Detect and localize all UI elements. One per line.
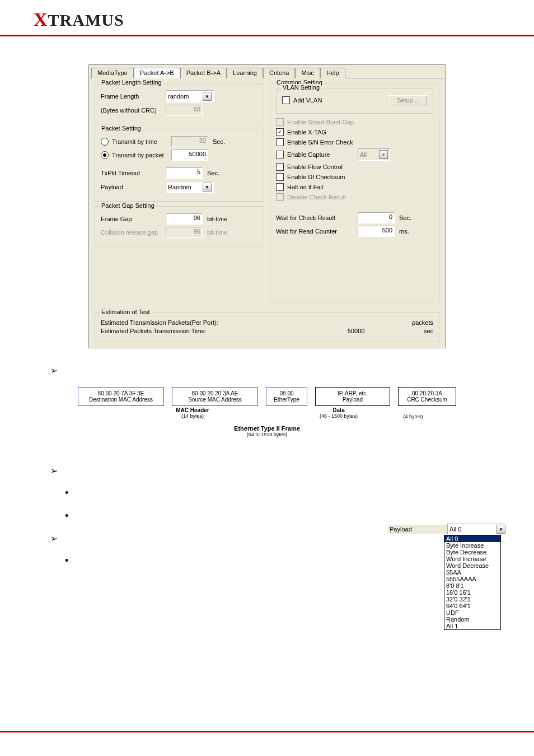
list-item[interactable]: 55AA [444, 569, 500, 576]
group-title: Packet Length Setting [100, 79, 163, 86]
collision-label: Collision release gap [101, 229, 162, 236]
disable-check-label: Disable Check Result [287, 194, 346, 200]
sn-error-checkbox[interactable] [276, 138, 284, 146]
payload-dropdown-figure: Payload All 0 ▼ All 0 Byte Increase Byte… [388, 524, 506, 630]
list-item[interactable]: Byte Increase [444, 542, 500, 549]
bytes-label: (Bytes without CRC) [101, 107, 162, 114]
payload-select[interactable]: Random ▼ [166, 181, 214, 193]
frame-gap-input[interactable]: 96 [166, 213, 203, 225]
tab-learning[interactable]: Learning [227, 68, 263, 78]
page-header: XTRAMUS [0, 0, 534, 36]
tab-packet-ab[interactable]: Packet A->B [134, 68, 180, 78]
eth-ethertype: 08 00EtherType [266, 387, 307, 406]
tab-criteria[interactable]: Criteria [263, 68, 295, 78]
collision-input: 96 [166, 227, 203, 238]
est-time-label: Estimated Packets Transmission Time: [101, 328, 224, 334]
est-tx-label: Estimated Transmission Packets(Per Port)… [101, 319, 224, 326]
setup-button[interactable]: Setup ... [390, 95, 427, 105]
frame-length-label: Frame Length [101, 93, 162, 100]
list-item[interactable]: All 1 [444, 623, 500, 629]
transmit-time-input: 30 [171, 136, 208, 147]
wait-read-input[interactable]: 500 [358, 226, 395, 237]
halt-checkbox[interactable] [276, 183, 284, 191]
list-item[interactable]: All 0 [444, 535, 500, 542]
tab-mediatype[interactable]: MediaType [91, 68, 134, 78]
eth-src-mac: 80 00 20 20 3A AESource MAC Address [172, 387, 258, 406]
unit-bittime: bit-time [207, 216, 227, 222]
list-item[interactable]: Random [444, 616, 500, 623]
payload-fig-label: Payload [388, 525, 447, 534]
txpkt-timeout-input[interactable]: 5 [166, 167, 203, 179]
tab-help[interactable]: Help [320, 68, 345, 78]
capture-checkbox[interactable] [276, 151, 284, 158]
flow-label: Enable Flow Control [287, 164, 343, 170]
transmit-packet-radio[interactable] [101, 151, 109, 159]
list-item[interactable]: Word Increase [444, 556, 500, 562]
group-packet-setting: Packet Setting Transmit by time 30 Sec. … [95, 129, 264, 202]
unit-sec: Sec. [207, 170, 219, 176]
list-item[interactable]: 5555AAAA [444, 576, 500, 582]
group-vlan: VLAN Setting Add VLAN Setup ... [276, 88, 433, 114]
tab-bar: MediaType Packet A->B Packet B->A Learni… [89, 65, 445, 78]
list-item[interactable]: 8'0 8'1 [444, 582, 500, 589]
txpkt-timeout-label: TxPkt Timeout [101, 170, 162, 176]
unit-packets: packets [412, 319, 433, 326]
transmit-time-radio[interactable] [101, 138, 109, 146]
list-item[interactable]: Word Decrease [444, 562, 500, 569]
list-item[interactable]: UDF [444, 609, 500, 616]
tab-misc[interactable]: Misc [295, 68, 320, 78]
ethernet-frame-diagram: 80 00 20 7A 3F 3EDestination MAC Address… [71, 387, 463, 437]
unit-sec: sec [424, 328, 433, 334]
chevron-down-icon[interactable]: ▼ [203, 92, 212, 101]
add-vlan-label: Add VLAN [293, 97, 322, 104]
unit-ms: ms. [399, 228, 409, 235]
bullet-marker [50, 465, 500, 476]
dot-marker [65, 487, 500, 499]
sn-error-label: Enable S/N Error Check [287, 139, 353, 146]
logo: XTRAMUS [34, 11, 124, 29]
group-title: Packet Gap Setting [100, 202, 156, 209]
chevron-down-icon: ▼ [379, 150, 388, 159]
di-checkbox[interactable] [276, 173, 284, 181]
group-title: Estimation of Test [100, 309, 152, 315]
tab-packet-ba[interactable]: Packet B->A [180, 68, 227, 78]
eth-payload: IP, ARP, etc.Payload [315, 387, 390, 406]
group-packet-gap: Packet Gap Setting Frame Gap 96 bit-time… [95, 206, 264, 246]
payload-label: Payload [101, 184, 162, 190]
group-title: Packet Setting [100, 125, 143, 132]
chevron-down-icon[interactable]: ▼ [496, 525, 505, 534]
wait-check-input[interactable]: 0 [358, 212, 395, 223]
xtag-label: Enable X-TAG [287, 129, 326, 136]
capture-label: Enable Capture [287, 151, 354, 158]
list-item[interactable]: 32'0 32'1 [444, 596, 500, 603]
list-item[interactable]: 16'0 16'1 [444, 589, 500, 596]
config-dialog: MediaType Packet A->B Packet B->A Learni… [88, 64, 446, 348]
list-item[interactable]: 64'0 64'1 [444, 603, 500, 609]
group-title: VLAN Setting [281, 84, 321, 91]
group-packet-length: Packet Length Setting Frame Length rando… [95, 83, 264, 124]
disable-check-checkbox [276, 193, 284, 201]
transmit-packet-label: Transmit by packet [112, 152, 168, 158]
unit-sec: Sec. [399, 214, 411, 221]
add-vlan-checkbox[interactable] [282, 96, 290, 104]
frame-length-select[interactable]: random ▼ [166, 90, 214, 102]
capture-select: All ▼ [358, 148, 390, 161]
eth-mac-header-label: MAC Header [92, 407, 293, 413]
frame-gap-label: Frame Gap [101, 216, 162, 222]
eth-dest-mac: 80 00 20 7A 3F 3EDestination MAC Address [78, 387, 164, 406]
eth-data-label: Data [301, 407, 376, 413]
wait-check-label: Wait for Check Result [276, 214, 354, 221]
flow-checkbox[interactable] [276, 163, 284, 171]
payload-fig-list[interactable]: All 0 Byte Increase Byte Decrease Word I… [444, 535, 501, 630]
halt-label: Halt on if Fail [287, 184, 323, 190]
payload-fig-select[interactable]: All 0 ▼ [447, 524, 506, 535]
smart-burst-checkbox [276, 118, 284, 126]
bytes-input: 60 [166, 105, 203, 116]
dot-marker [65, 510, 500, 522]
est-time-input: 50000 [348, 328, 420, 334]
chevron-down-icon[interactable]: ▼ [203, 183, 212, 192]
list-item[interactable]: Byte Decrease [444, 549, 500, 556]
transmit-packet-input[interactable]: 50000 [171, 150, 208, 161]
unit-sec: Sec. [213, 138, 225, 145]
xtag-checkbox[interactable] [276, 128, 284, 136]
